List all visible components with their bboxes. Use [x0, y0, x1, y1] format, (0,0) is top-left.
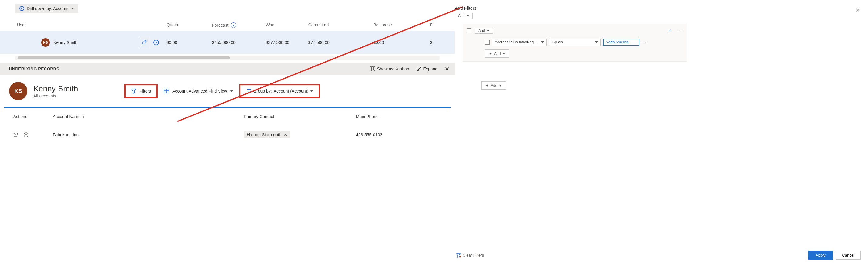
remove-contact-icon[interactable]: ✕ — [284, 132, 287, 137]
header-main-phone[interactable]: Main Phone — [354, 113, 427, 120]
open-icon[interactable] — [13, 132, 18, 137]
header-extra[interactable]: F — [428, 21, 440, 30]
add-condition-button[interactable]: ＋ Add — [485, 50, 509, 58]
drilldown-selector[interactable]: Drill down by: Account — [15, 4, 78, 14]
target-button[interactable] — [151, 38, 161, 47]
group-checkbox[interactable] — [467, 28, 471, 33]
clear-filters-button[interactable]: Clear Filters — [456, 253, 484, 258]
plus-icon: ＋ — [489, 51, 492, 56]
and-label: And — [478, 29, 485, 33]
drilldown-bar: Drill down by: Account — [0, 4, 455, 20]
add-label: Add — [494, 52, 500, 56]
svg-rect-1 — [372, 67, 373, 70]
account-row[interactable]: Fabrikam. Inc. Haroun Stormonth ✕ 423-55… — [4, 125, 451, 144]
chevron-down-icon — [502, 53, 505, 55]
close-icon[interactable]: ✕ — [445, 65, 449, 72]
add-label: Add — [491, 83, 497, 88]
filters-button[interactable]: Filters — [124, 84, 158, 98]
expand-label: Expand — [423, 67, 437, 71]
header-forecast-label: Forecast — [212, 23, 228, 28]
root-and-chip[interactable]: And — [455, 13, 473, 19]
grid-header: User Quota Forecast i Won Committed Best… — [0, 20, 455, 31]
bullseye-icon — [20, 6, 24, 11]
condition-overflow-icon[interactable]: ··· — [642, 40, 647, 44]
view-label: Account Advanced Find View — [172, 89, 227, 94]
cell-phone: 423-555-0103 — [354, 131, 427, 138]
field-selector[interactable]: Address 2: Country/Reg... — [492, 38, 547, 46]
table-icon — [164, 88, 169, 94]
expand-icon — [416, 67, 422, 71]
view-selector[interactable]: Account Advanced Find View — [164, 88, 233, 94]
accounts-header: Actions Account Name ↑ Primary Contact M… — [4, 108, 451, 125]
panel-footer: Clear Filters Apply Cancel — [455, 251, 861, 260]
header-primary-contact[interactable]: Primary Contact — [242, 113, 354, 120]
operator-selector[interactable]: Equals — [549, 38, 600, 46]
filter-clear-icon — [456, 253, 461, 258]
chevron-down-icon — [230, 90, 233, 92]
group-overflow-icon[interactable]: ··· — [678, 29, 683, 33]
operator-label: Equals — [552, 40, 563, 44]
expand-button[interactable]: Expand — [416, 67, 437, 71]
accounts-table: Actions Account Name ↑ Primary Contact M… — [4, 107, 451, 144]
groupby-label: Group by: — [253, 89, 272, 94]
chevron-down-icon — [595, 41, 598, 43]
underlying-records-bar: UNDERLYING RECORDS Show as Kanban Expand… — [0, 62, 455, 75]
value-input[interactable]: North America — [603, 38, 640, 46]
header-user[interactable]: User — [15, 21, 165, 30]
record-owner-name: Kenny Smith — [33, 84, 118, 94]
group-and-chip[interactable]: And — [475, 28, 493, 34]
header-account-name[interactable]: Account Name ↑ — [51, 113, 242, 120]
cancel-button[interactable]: Cancel — [836, 251, 861, 260]
avatar: KS — [41, 38, 50, 47]
scrollbar-thumb[interactable] — [18, 56, 230, 59]
field-label: Address 2: Country/Reg... — [495, 40, 537, 44]
row-committed: $77,500.00 — [307, 38, 372, 47]
header-account-name-label: Account Name — [53, 114, 81, 119]
row-bestcase: $0.00 — [371, 38, 428, 47]
group-by-selector[interactable]: Group by: Account (Account) — [239, 84, 320, 98]
header-bestcase[interactable]: Best case — [371, 21, 428, 30]
close-panel-icon[interactable]: ✕ — [856, 7, 860, 13]
row-extra: $ — [428, 38, 440, 47]
header-committed[interactable]: Committed — [307, 21, 372, 30]
cell-account-name: Fabrikam. Inc. — [51, 131, 242, 138]
and-label: And — [458, 14, 464, 18]
svg-rect-2 — [374, 67, 375, 71]
chevron-down-icon — [487, 30, 490, 32]
drilldown-label: Drill down by: Account — [27, 6, 68, 11]
sort-asc-icon: ↑ — [83, 114, 85, 119]
value-text: North America — [606, 40, 629, 44]
share-button[interactable] — [140, 38, 150, 47]
row-quota: $0.00 — [165, 38, 210, 47]
filter-group: And ⤢ ··· Address 2: Country/Reg... Equa… — [463, 24, 687, 62]
forecast-pane: Drill down by: Account User Quota Foreca… — [0, 0, 455, 265]
add-icon[interactable] — [24, 132, 29, 137]
row-forecast: $455,000.00 — [210, 38, 264, 47]
apply-button[interactable]: Apply — [808, 251, 833, 260]
add-filters-pane: Add Filters And ✕ And ⤢ ··· Address 2: C… — [455, 0, 868, 265]
add-group-button[interactable]: ＋ Add — [482, 81, 506, 89]
info-icon[interactable]: i — [231, 23, 236, 28]
plus-icon: ＋ — [486, 83, 489, 88]
condition-checkbox[interactable] — [485, 40, 490, 45]
header-actions[interactable]: Actions — [11, 113, 51, 120]
record-header: KS Kenny Smith All accounts Filters Acco… — [0, 75, 455, 107]
header-won[interactable]: Won — [264, 21, 306, 30]
horizontal-scrollbar[interactable] — [15, 56, 440, 60]
header-forecast[interactable]: Forecast i — [210, 21, 264, 30]
expand-group-icon[interactable]: ⤢ — [668, 28, 672, 33]
chevron-down-icon — [499, 85, 502, 86]
record-subtitle: All accounts — [33, 94, 118, 98]
show-as-kanban-button[interactable]: Show as Kanban — [370, 66, 409, 72]
header-quota[interactable]: Quota — [165, 21, 210, 30]
add-filters-title: Add Filters — [455, 5, 476, 10]
svg-rect-0 — [370, 67, 371, 71]
chevron-down-icon — [71, 7, 74, 9]
cell-contact: Haroun Stormonth — [247, 132, 281, 137]
contact-chip[interactable]: Haroun Stormonth ✕ — [244, 131, 290, 138]
grid-row[interactable]: KS Kenny Smith $0.00 $455,000.00 $377,50… — [0, 31, 455, 54]
clear-filters-label: Clear Filters — [463, 253, 484, 258]
chevron-down-icon — [310, 90, 313, 92]
groupby-value: Account (Account) — [274, 89, 308, 94]
row-user-name: Kenny Smith — [53, 40, 77, 45]
